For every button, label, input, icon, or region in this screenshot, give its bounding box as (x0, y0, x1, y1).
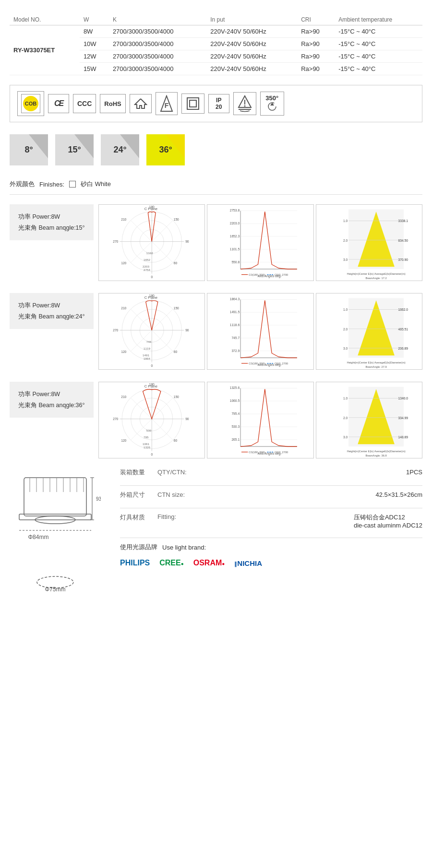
svg-text:1652: 1652 (144, 258, 150, 261)
temp-cell: -15°C ~ 40°C (335, 25, 422, 38)
beam-angle-item[interactable]: 15° (55, 134, 94, 165)
ccc-icon: CCC (73, 94, 96, 113)
svg-text:150: 150 (173, 395, 179, 399)
input-cell: 220V-240V 50/60Hz (206, 50, 297, 63)
svg-text:1102: 1102 (146, 251, 153, 255)
k-cell: 2700/3000/3500/4000 (109, 50, 206, 63)
cert-row: COB CE CCC RoHS F (10, 85, 422, 122)
svg-text:530: 530 (146, 429, 151, 432)
svg-text:3338.1: 3338.1 (398, 219, 408, 223)
svg-text:746: 746 (146, 340, 151, 343)
svg-text:1864.3: 1864.3 (230, 297, 240, 301)
finish-option: 砂白 White (81, 180, 111, 188)
brand-en: Use light brand: (162, 544, 206, 551)
ce-icon: CE (48, 94, 69, 113)
spec-table: Model NO. W K In put CRI Ambient tempera… (10, 14, 422, 75)
beam-angle-item[interactable]: 36° (146, 134, 185, 165)
svg-text:F: F (164, 102, 168, 109)
svg-text:270: 270 (113, 417, 118, 421)
size-value: 42.5×31.5×26cm (375, 491, 422, 498)
k-cell: 2700/3000/3500/4000 (109, 25, 206, 38)
col-model: Model NO. (10, 14, 80, 25)
svg-text:BeamAngle: 17.2: BeamAngle: 17.2 (365, 277, 386, 280)
svg-text:Height(m)Center E(lx)  Average: Height(m)Center E(lx) AverageE(lx)Diamet… (347, 361, 405, 364)
svg-text:C0(0_2700: C0(0_2700 (275, 362, 288, 365)
svg-text:1.0: 1.0 (343, 397, 348, 400)
size-row: 外箱尺寸 CTN size: 42.5×31.5×26cm (120, 491, 422, 499)
temp-cell: -15°C ~ 40°C (335, 50, 422, 63)
k-cell: 2700/3000/3500/4000 (109, 38, 206, 50)
power-section: 功率 Power:8W光束角 Beam anqgle:15° C Plane 1… (10, 204, 422, 281)
qty-zh: 装箱数量 (120, 468, 154, 477)
square-icon (181, 94, 204, 114)
svg-text:834.50: 834.50 (398, 239, 408, 242)
brand-zh: 使用光源品牌 (120, 543, 157, 551)
size-en: CTN size: (157, 491, 205, 498)
conus-svg: 1.0 2.0 3.0 1340.0 334.99 148.89 Height(… (316, 382, 422, 458)
degree-icon: 350° (260, 92, 284, 116)
col-w: W (80, 14, 109, 25)
svg-text:265.1: 265.1 (231, 438, 240, 441)
beam-angle-item[interactable]: 8° (10, 134, 48, 165)
svg-text:1652.3: 1652.3 (230, 235, 240, 238)
cri-cell: Ra>90 (297, 25, 335, 38)
beam-angle-label: 36° (159, 145, 172, 155)
power-sections: 功率 Power:8W光束角 Beam anqgle:15° C Plane 1… (10, 204, 422, 458)
finish-checkbox[interactable] (69, 181, 76, 188)
svg-text:370.90: 370.90 (398, 258, 408, 261)
power-zh: 功率 Power:8W (18, 211, 85, 223)
power-section: 功率 Power:8W光束角 Beam anqgle:24° C Plane 1… (10, 293, 422, 370)
svg-text:BeamAngle: 27.9: BeamAngle: 27.9 (365, 365, 386, 368)
svg-text:1326: 1326 (144, 446, 150, 449)
svg-text:0: 0 (151, 364, 153, 367)
svg-text:120: 120 (121, 350, 126, 353)
home-icon (130, 94, 152, 113)
svg-text:150: 150 (173, 218, 179, 221)
svg-text:148.89: 148.89 (398, 435, 408, 439)
input-cell: 220V-240V 50/60Hz (206, 25, 297, 38)
illuminance-chart: 1.0 2.0 3.0 1862.0 465.51 206.89 Height(… (316, 293, 423, 370)
svg-text:1101.5: 1101.5 (230, 247, 240, 251)
beam-zh: 光束角 Beam anqgle:36° (18, 400, 85, 411)
svg-text:90: 90 (185, 240, 189, 243)
k-cell: 2700/3000/3500/4000 (109, 63, 206, 75)
cri-cell: Ra>90 (297, 63, 335, 75)
bar-svg: 1864.3 1491.5 1118.6 745.7 372.9 Axis An… (207, 293, 313, 369)
power-zh: 功率 Power:8W (18, 389, 85, 400)
beam-zh: 光束角 Beam anqgle:24° (18, 311, 85, 322)
charts-container: C Plane 180 90 270 0 150 60 210 120 1102… (98, 204, 422, 281)
model-cell: RY-W33075ET (10, 25, 80, 75)
material-row: 灯具材质 Fitting: 压铸铝合金ADC12 die-cast alumin… (120, 513, 422, 529)
svg-text:210: 210 (121, 218, 126, 221)
svg-text:1.0: 1.0 (343, 219, 348, 223)
svg-text:60: 60 (173, 439, 177, 442)
bar-chart: 2753.8 2203.0 1652.3 1101.5 550.8 Axis A… (207, 204, 314, 281)
cob-label: COB (23, 96, 38, 111)
svg-text:206.89: 206.89 (398, 347, 408, 350)
power-label: 功率 Power:8W光束角 Beam anqgle:24° (10, 293, 94, 329)
svg-text:795: 795 (144, 435, 149, 439)
svg-text:C0(0_2700: C0(0_2700 (275, 451, 288, 454)
cri-cell: Ra>90 (297, 38, 335, 50)
svg-text:Height(m)Center E(lx)  Average: Height(m)Center E(lx) AverageE(lx)Diamet… (347, 450, 405, 453)
svg-text:93.5mm: 93.5mm (96, 496, 101, 502)
qty-row: 装箱数量 QTY/CTN: 1PCS (120, 468, 422, 477)
temp-cell: -15°C ~ 40°C (335, 63, 422, 75)
material-value: 压铸铝合金ADC12 die-cast aluminm ADC12 (354, 513, 422, 529)
svg-text:0: 0 (151, 275, 153, 279)
svg-text:550.8: 550.8 (231, 260, 240, 264)
material-zh: 灯具材质 (120, 513, 154, 522)
illuminance-chart: 1.0 2.0 3.0 3338.1 834.50 370.90 Height(… (316, 204, 423, 281)
bar-chart: 1325.6 1060.5 795.4 530.3 265.1 Axis Ang… (207, 382, 314, 458)
finish-zh-label: 外观颜色 (10, 180, 35, 188)
product-drawing: 93.5mm Φ84mm (10, 468, 101, 564)
svg-text:90: 90 (185, 417, 189, 421)
input-cell: 220V-240V 50/60Hz (206, 63, 297, 75)
svg-text:530.3: 530.3 (231, 425, 240, 428)
beam-angle-item[interactable]: 24° (101, 134, 139, 165)
svg-text:180: 180 (149, 383, 154, 386)
polar-chart: C Plane 180 90 270 0 150 60 210 120 746 … (98, 293, 205, 370)
dimensions-section: 93.5mm Φ84mm Φ75mm 装箱数量 QTY/CTN: 1PCS (10, 468, 422, 596)
svg-text:3.0: 3.0 (343, 258, 348, 261)
bar-chart: 1864.3 1491.5 1118.6 745.7 372.9 Axis An… (207, 293, 314, 370)
